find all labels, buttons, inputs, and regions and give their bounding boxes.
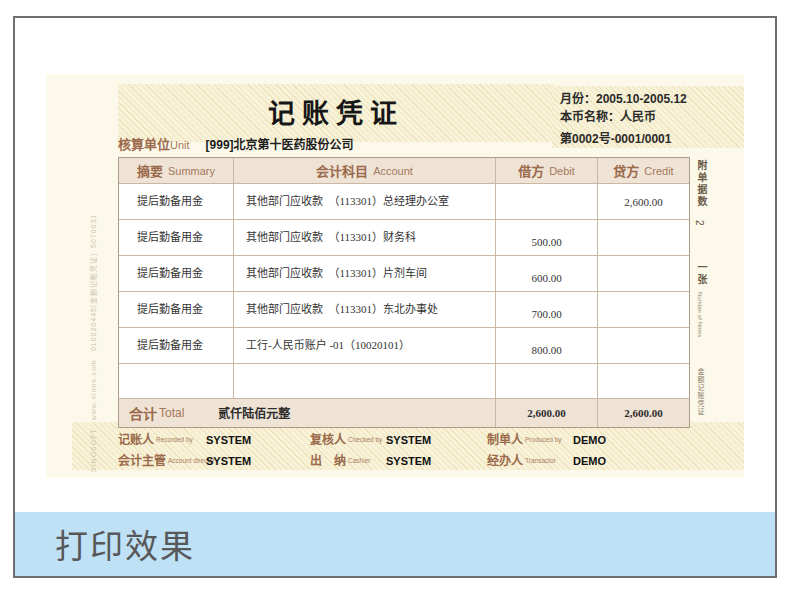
table-row-account: 其他部门应收款 （113301）东北办事处 — [234, 292, 496, 328]
table-row-debit — [496, 184, 598, 220]
edge-print-bottom: SINOSOFT www.sinos.com 010020445 — [88, 307, 98, 472]
table-row-credit: 2,600.00 — [598, 184, 689, 220]
table-row-summary: 提后勤备用金 — [119, 256, 234, 292]
print-preview-window: 记账凭证 月份：2005.10-2005.12 本币名称：人民币 第0002号-… — [0, 0, 790, 593]
total-row-label: 合计Total 贰仟陆佰元整 — [119, 399, 496, 427]
total-credit: 2,600.00 — [598, 399, 689, 427]
table-row-credit — [598, 364, 689, 399]
signer-account-director: 会计主管Account directorSYSTEM — [118, 451, 251, 469]
table-row-debit — [496, 364, 598, 399]
preview-frame: 记账凭证 月份：2005.10-2005.12 本币名称：人民币 第0002号-… — [13, 16, 777, 578]
voucher-type-label: 金额记账凭证 — [695, 368, 705, 416]
table-row-credit — [598, 220, 689, 256]
total-amount-in-words: 贰仟陆佰元整 — [218, 404, 290, 422]
table-row-credit — [598, 292, 689, 328]
total-debit: 2,600.00 — [496, 399, 598, 427]
table-row-debit: 600.00 — [496, 256, 598, 292]
table-row-account: 其他部门应收款 （113301）财务科 — [234, 220, 496, 256]
table-row-account: 工行-人民币账户 -01（10020101） — [234, 328, 496, 364]
voucher-table: 摘要Summary 会计科目Account 借方Debit 贷方Credit 提… — [118, 157, 690, 428]
table-row-debit: 800.00 — [496, 328, 598, 364]
table-row-credit — [598, 328, 689, 364]
signer-recorded-by: 记账人Recorded bySYSTEM — [118, 430, 251, 448]
info-currency: 本币名称：人民币 — [560, 108, 742, 126]
table-row-debit: 700.00 — [496, 292, 598, 328]
info-number: 第0002号-0001/0001 — [560, 130, 742, 148]
table-row-summary: 提后勤备用金 — [119, 328, 234, 364]
signer-produced-by: 制单人Produced byDEMO — [487, 430, 606, 448]
table-row-summary — [119, 364, 234, 399]
unit-value: [999]北京第十医药股份公司 — [206, 138, 354, 152]
table-row-account: 其他部门应收款 （113301）片剂车间 — [234, 256, 496, 292]
print-effect-label: 打印效果 — [55, 520, 195, 568]
table-row-account: 其他部门应收款 （113301）总经理办公室 — [234, 184, 496, 220]
signer-transactor: 经办人TransactorDEMO — [487, 451, 606, 469]
table-row-account — [234, 364, 496, 399]
unit-label: 核算单位Unit — [118, 137, 190, 152]
table-row-summary: 提后勤备用金 — [119, 220, 234, 256]
table-row-summary: 提后勤备用金 — [119, 184, 234, 220]
voucher-info-block: 月份：2005.10-2005.12 本币名称：人民币 第0002号-0001/… — [560, 90, 742, 148]
sheets-label: 一张 — [694, 262, 709, 286]
signer-checked-by: 复核人Checked bySYSTEM — [310, 430, 431, 448]
table-row-credit — [598, 256, 689, 292]
sheets-label-en: Number of Notes — [697, 292, 703, 337]
col-header-credit: 贷方Credit — [598, 158, 689, 184]
col-header-summary: 摘要Summary — [119, 158, 234, 184]
col-header-account: 会计科目Account — [234, 158, 496, 184]
info-month: 月份：2005.10-2005.12 — [560, 90, 742, 108]
accounting-voucher: 记账凭证 月份：2005.10-2005.12 本币名称：人民币 第0002号-… — [46, 74, 744, 478]
table-row-summary: 提后勤备用金 — [119, 292, 234, 328]
col-header-debit: 借方Debit — [496, 158, 598, 184]
attached-notes-count: 2 — [694, 220, 705, 226]
table-row-debit: 500.00 — [496, 220, 598, 256]
voucher-title: 记账凭证 — [118, 92, 554, 131]
print-effect-band: 打印效果 — [15, 512, 775, 576]
signer-cashier: 出 纳CashierSYSTEM — [310, 451, 431, 469]
edge-print-top: （金额记账凭证）5070031 — [88, 214, 98, 312]
attached-notes-label: 附单据数 — [694, 160, 709, 208]
unit-row: 核算单位Unit [999]北京第十医药股份公司 — [118, 134, 354, 150]
